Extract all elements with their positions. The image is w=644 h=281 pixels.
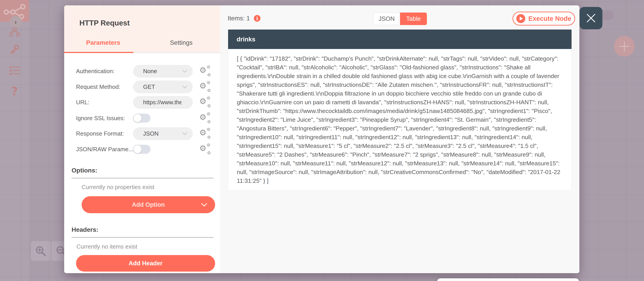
- authentication-value: None: [143, 68, 157, 75]
- json-raw-label: JSON/RAW Parame...: [76, 146, 133, 153]
- response-format-select[interactable]: JSON: [133, 127, 193, 140]
- gear-icon: ⚙: [207, 88, 211, 93]
- add-header-button[interactable]: Add Header: [76, 255, 215, 271]
- ignore-ssl-gear-button[interactable]: ⚙ ⚙ ⚙: [199, 113, 211, 124]
- gear-icon: ⚙: [206, 112, 210, 116]
- response-format-label: Response Format:: [76, 130, 124, 137]
- gear-icon: ⚙: [207, 120, 211, 124]
- result-table-header: drinks: [228, 30, 572, 49]
- sidebar-item-workflows[interactable]: [0, 27, 29, 37]
- chevron-down-icon: [201, 203, 207, 207]
- key-icon: [9, 44, 20, 55]
- headers-heading: Headers:: [72, 226, 98, 233]
- play-icon: [516, 14, 525, 23]
- gear-icon: ⚙: [199, 82, 206, 90]
- param-row-response-format: Response Format: JSON ⚙ ⚙ ⚙: [64, 127, 220, 140]
- add-header-label: Add Header: [128, 260, 162, 267]
- param-row-url: URL: https://www.thec… ⚙ ⚙ ⚙: [64, 96, 220, 109]
- help-icon: ?: [11, 85, 18, 98]
- add-node-button[interactable]: [614, 36, 634, 57]
- node-output-panel: Items: 1 i JSON Table Execute Node drink…: [220, 5, 580, 273]
- gear-icon: ⚙: [206, 143, 210, 147]
- gear-icon: ⚙: [206, 81, 210, 85]
- close-modal-button[interactable]: [580, 7, 602, 29]
- chevron-right-icon: ›: [14, 18, 17, 26]
- request-method-value: GET: [143, 84, 155, 90]
- ignore-ssl-label: Ignore SSL Issues:: [76, 115, 125, 122]
- json-raw-toggle[interactable]: [133, 145, 150, 154]
- gear-icon: ⚙: [207, 73, 211, 77]
- url-label: URL:: [76, 99, 89, 106]
- add-option-label: Add Option: [132, 201, 165, 208]
- response-format-gear-button[interactable]: ⚙ ⚙ ⚙: [199, 128, 211, 139]
- request-method-label: Request Method:: [76, 84, 120, 90]
- tab-settings[interactable]: Settings: [142, 35, 220, 50]
- headers-divider: [72, 237, 214, 238]
- gear-icon: ⚙: [199, 144, 206, 152]
- gear-icon: ⚙: [199, 129, 206, 137]
- result-table-body: [ { "idDrink": "17182", "strDrink": "Duc…: [228, 49, 572, 190]
- ignore-ssl-toggle[interactable]: [133, 114, 150, 123]
- options-divider: [72, 178, 214, 178]
- chevron-down-icon: [182, 132, 188, 135]
- param-row-request-method: Request Method: GET ⚙ ⚙ ⚙: [64, 80, 220, 93]
- workflow-icon: [10, 27, 20, 37]
- node-detail-modal: HTTP Request Parameters Settings Authent…: [64, 5, 580, 273]
- param-row-ignore-ssl: Ignore SSL Issues: ⚙ ⚙ ⚙: [64, 112, 220, 125]
- node-header: HTTP Request Parameters Settings: [64, 5, 220, 53]
- gear-icon: ⚙: [207, 104, 211, 108]
- view-table-button[interactable]: Table: [400, 13, 427, 25]
- gear-icon: ⚙: [207, 135, 211, 139]
- headers-empty-text: Currently no items exist: [76, 243, 137, 250]
- gear-icon: ⚙: [206, 127, 210, 132]
- request-method-select[interactable]: GET: [133, 81, 193, 93]
- options-empty-text: Currently no properties exist: [82, 184, 154, 191]
- sidebar-item-credentials[interactable]: [0, 44, 29, 55]
- authentication-select[interactable]: None: [133, 65, 193, 78]
- items-count-label: Items: 1: [228, 15, 250, 22]
- url-gear-button[interactable]: ⚙ ⚙ ⚙: [199, 97, 211, 108]
- sidebar-item-help[interactable]: ?: [0, 85, 29, 98]
- tab-parameters[interactable]: Parameters: [64, 35, 142, 50]
- view-json-button[interactable]: JSON: [373, 13, 400, 25]
- checklist-icon: [9, 65, 20, 76]
- execute-node-label: Execute Node: [528, 15, 571, 22]
- toggle-knob: [134, 145, 142, 153]
- url-value: https://www.thec…: [143, 99, 182, 106]
- canvas-zoom-in-button[interactable]: [31, 241, 50, 261]
- gear-icon: ⚙: [199, 113, 206, 121]
- authentication-label: Authentication:: [76, 68, 114, 75]
- zoom-in-icon: [35, 245, 46, 257]
- chevron-down-icon: [182, 70, 188, 73]
- sidebar: › ?: [0, 0, 29, 281]
- node-settings-panel: HTTP Request Parameters Settings Authent…: [64, 5, 220, 273]
- output-view-toggle: JSON Table: [373, 13, 427, 25]
- gear-icon: ⚙: [206, 65, 210, 69]
- node-title: HTTP Request: [80, 19, 130, 27]
- close-icon: [586, 14, 596, 23]
- execute-node-button[interactable]: Execute Node: [512, 12, 575, 26]
- url-input[interactable]: https://www.thec…: [133, 96, 193, 109]
- request-method-gear-button[interactable]: ⚙ ⚙ ⚙: [199, 81, 211, 92]
- gear-icon: ⚙: [207, 151, 211, 155]
- add-option-button[interactable]: Add Option: [82, 196, 215, 213]
- authentication-gear-button[interactable]: ⚙ ⚙ ⚙: [199, 66, 211, 77]
- response-format-value: JSON: [143, 130, 158, 137]
- result-json-text: [ { "idDrink": "17182", "strDrink": "Duc…: [237, 54, 563, 185]
- chevron-down-icon: [182, 85, 188, 89]
- options-heading: Options:: [72, 167, 97, 174]
- toggle-knob: [134, 114, 142, 122]
- gear-icon: ⚙: [206, 96, 210, 100]
- active-tab-underline: [64, 52, 134, 53]
- info-icon[interactable]: i: [254, 15, 260, 22]
- param-row-json-raw: JSON/RAW Parame... ⚙ ⚙ ⚙: [64, 143, 220, 156]
- param-row-authentication: Authentication: None ⚙ ⚙ ⚙: [64, 65, 220, 78]
- gear-icon: ⚙: [199, 97, 206, 105]
- bottom-panel-edge: [437, 278, 579, 281]
- sidebar-collapse-button[interactable]: ›: [10, 16, 22, 28]
- tab-bar: Parameters Settings: [64, 35, 220, 50]
- gear-icon: ⚙: [199, 66, 206, 74]
- plus-icon: [619, 41, 630, 52]
- sidebar-item-executions[interactable]: [0, 65, 29, 76]
- json-raw-gear-button[interactable]: ⚙ ⚙ ⚙: [199, 144, 211, 155]
